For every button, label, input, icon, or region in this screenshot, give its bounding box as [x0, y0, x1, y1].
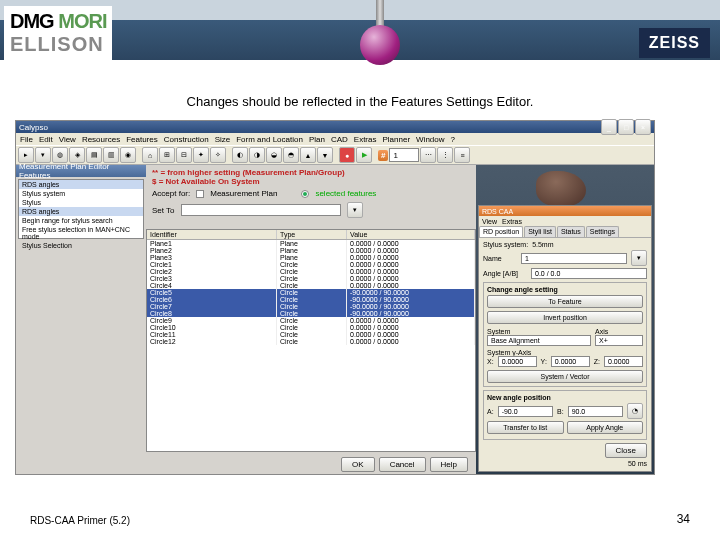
- rds-menubar: ViewExtras: [479, 216, 651, 226]
- rds-tab[interactable]: Styli list: [524, 226, 556, 237]
- toolbar-button[interactable]: ◐: [232, 147, 248, 163]
- table-row[interactable]: Circle12Circle0.0000 / 0.0000: [147, 338, 475, 345]
- menu-item[interactable]: CAD: [331, 135, 348, 144]
- menu-item[interactable]: Edit: [39, 135, 53, 144]
- left-panel-item[interactable]: RDS angles: [19, 180, 143, 189]
- cancel-button[interactable]: Cancel: [379, 457, 426, 472]
- toolbar-button[interactable]: ▸: [18, 147, 34, 163]
- menu-item[interactable]: Size: [215, 135, 231, 144]
- toolbar-button[interactable]: ◑: [249, 147, 265, 163]
- hash-field[interactable]: 1: [389, 148, 419, 162]
- menu-item[interactable]: File: [20, 135, 33, 144]
- system-dropdown[interactable]: Base Alignment: [487, 335, 591, 346]
- toolbar-button[interactable]: ▼: [317, 147, 333, 163]
- play-icon[interactable]: ▶: [356, 147, 372, 163]
- rds-menu-item[interactable]: View: [482, 218, 497, 225]
- left-panel-item[interactable]: Free stylus selection in MAN+CNC mode: [19, 225, 143, 241]
- a-field[interactable]: -90.0: [498, 406, 553, 417]
- table-row[interactable]: Circle6Circle-90.0000 / 90.0000: [147, 296, 475, 303]
- menu-item[interactable]: Extras: [354, 135, 377, 144]
- col-type[interactable]: Type: [277, 230, 347, 239]
- rds-tab[interactable]: Status: [557, 226, 585, 237]
- maximize-button[interactable]: □: [618, 119, 634, 135]
- toolbar-button[interactable]: ◓: [283, 147, 299, 163]
- apply-angle-button[interactable]: Apply Angle: [567, 421, 644, 434]
- toolbar-button[interactable]: ≡: [454, 147, 470, 163]
- menu-item[interactable]: Planner: [382, 135, 410, 144]
- set-to-dropdown-icon[interactable]: ▾: [347, 202, 363, 218]
- b-field[interactable]: 90.0: [568, 406, 623, 417]
- angle-icon[interactable]: ◔: [627, 403, 643, 419]
- z-field[interactable]: 0.0000: [604, 356, 643, 367]
- toolbar-button[interactable]: ⋮: [437, 147, 453, 163]
- legend-not-available: $ = Not Available On System: [152, 177, 470, 186]
- table-row[interactable]: Circle4Circle0.0000 / 0.0000: [147, 282, 475, 289]
- name-field[interactable]: 1: [521, 253, 627, 264]
- rds-tab[interactable]: Settings: [586, 226, 619, 237]
- rds-tab[interactable]: RD position: [479, 226, 523, 237]
- left-panel-item[interactable]: Stylus system: [19, 189, 143, 198]
- menu-item[interactable]: View: [59, 135, 76, 144]
- toolbar-button[interactable]: ▲: [300, 147, 316, 163]
- to-feature-button[interactable]: To Feature: [487, 295, 643, 308]
- close-button[interactable]: Close: [605, 443, 647, 458]
- table-row[interactable]: Plane2Plane0.0000 / 0.0000: [147, 247, 475, 254]
- minimize-button[interactable]: _: [601, 119, 617, 135]
- left-panel-item[interactable]: RDS angles: [19, 207, 143, 216]
- table-row[interactable]: Circle3Circle0.0000 / 0.0000: [147, 275, 475, 282]
- left-panel-item[interactable]: Begin range for stylus search: [19, 216, 143, 225]
- toolbar-button[interactable]: ⌂: [142, 147, 158, 163]
- x-field[interactable]: 0.0000: [498, 356, 537, 367]
- table-row[interactable]: Circle1Circle0.0000 / 0.0000: [147, 261, 475, 268]
- system-vector-button[interactable]: System / Vector: [487, 370, 643, 383]
- toolbar-button[interactable]: ▥: [103, 147, 119, 163]
- toolbar-button[interactable]: ✧: [210, 147, 226, 163]
- logo-dmg-mori-ellison: DMG MORI ELLISON: [4, 6, 112, 60]
- toolbar-button[interactable]: ▾: [35, 147, 51, 163]
- name-dropdown-icon[interactable]: ▾: [631, 250, 647, 266]
- toolbar-button[interactable]: ◉: [120, 147, 136, 163]
- menu-item[interactable]: Features: [126, 135, 158, 144]
- help-button[interactable]: Help: [430, 457, 468, 472]
- measurement-plan-checkbox[interactable]: [196, 190, 204, 198]
- selected-features-radio[interactable]: [301, 190, 309, 198]
- table-row[interactable]: Circle5Circle-90.0000 / 90.0000: [147, 289, 475, 296]
- rds-menu-item[interactable]: Extras: [502, 218, 522, 225]
- table-row[interactable]: Plane3Plane0.0000 / 0.0000: [147, 254, 475, 261]
- stop-icon[interactable]: ●: [339, 147, 355, 163]
- set-to-input[interactable]: [181, 204, 341, 216]
- table-row[interactable]: Circle10Circle0.0000 / 0.0000: [147, 324, 475, 331]
- menu-item[interactable]: Construction: [164, 135, 209, 144]
- menu-item[interactable]: Plan: [309, 135, 325, 144]
- toolbar-button[interactable]: ◒: [266, 147, 282, 163]
- toolbar-button[interactable]: ◍: [52, 147, 68, 163]
- menu-item[interactable]: ?: [451, 135, 455, 144]
- transfer-to-list-button[interactable]: Transfer to list: [487, 421, 564, 434]
- toolbar-button[interactable]: ⋯: [420, 147, 436, 163]
- close-button[interactable]: ×: [635, 119, 651, 135]
- col-identifier[interactable]: Identifier: [147, 230, 277, 239]
- table-row[interactable]: Circle2Circle0.0000 / 0.0000: [147, 268, 475, 275]
- left-panel-item[interactable]: Stylus Selection: [19, 241, 143, 250]
- toolbar-button[interactable]: ⊞: [159, 147, 175, 163]
- toolbar-button[interactable]: ◈: [69, 147, 85, 163]
- menu-item[interactable]: Resources: [82, 135, 120, 144]
- table-row[interactable]: Plane1Plane0.0000 / 0.0000: [147, 240, 475, 247]
- left-panel-item[interactable]: Stylus: [19, 198, 143, 207]
- invert-position-button[interactable]: Invert position: [487, 311, 643, 324]
- ok-button[interactable]: OK: [341, 457, 375, 472]
- toolbar-button[interactable]: ⊟: [176, 147, 192, 163]
- y-field[interactable]: 0.0000: [551, 356, 590, 367]
- toolbar-button[interactable]: ▤: [86, 147, 102, 163]
- menu-item[interactable]: Form and Location: [236, 135, 303, 144]
- table-row[interactable]: Circle9Circle0.0000 / 0.0000: [147, 317, 475, 324]
- table-row[interactable]: Circle8Circle-90.0000 / 90.0000: [147, 310, 475, 317]
- x-label: X:: [487, 358, 494, 365]
- toolbar-button[interactable]: ✦: [193, 147, 209, 163]
- table-row[interactable]: Circle11Circle0.0000 / 0.0000: [147, 331, 475, 338]
- cad-viewport[interactable]: x RDS CAA ViewExtras RD positionStyli li…: [476, 165, 654, 474]
- col-value[interactable]: Value: [347, 230, 475, 239]
- menu-item[interactable]: Window: [416, 135, 444, 144]
- table-row[interactable]: Circle7Circle-90.0000 / 90.0000: [147, 303, 475, 310]
- axis-dropdown[interactable]: X+: [595, 335, 643, 346]
